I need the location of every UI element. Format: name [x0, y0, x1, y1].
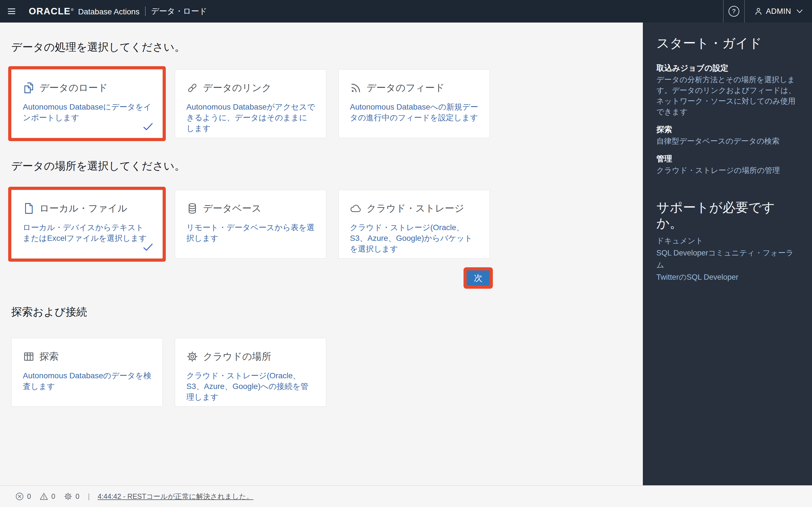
card-title: データのロード — [40, 81, 108, 94]
status-bar: 0 0 0 | 4:44:42 - RESTコールが正常に解決されました。 — [0, 485, 812, 507]
community-forum-link[interactable]: SQL Developerコミュニティ・フォーラム — [656, 247, 799, 271]
chevron-down-icon — [796, 9, 803, 13]
user-name: ADMIN — [766, 7, 792, 16]
card-description: Autonomous Databaseがアクセスできるように、データはそのままに… — [186, 102, 315, 134]
error-count: 0 — [27, 492, 31, 501]
card-title: データのフィード — [366, 81, 445, 94]
card-description: ローカル・デバイスからテキストまたはExcelファイルを選択します — [23, 222, 152, 244]
help-icon[interactable]: ? — [728, 6, 739, 17]
card-database[interactable]: データベース リモート・データベースから表を選択します — [175, 190, 326, 259]
error-icon — [15, 492, 24, 501]
card-data-feed[interactable]: データのフィード Autonomous Databaseへの新規データの進行中の… — [338, 69, 490, 138]
documentation-link[interactable]: ドキュメント — [656, 235, 799, 247]
check-icon — [143, 243, 153, 251]
card-title: データベース — [203, 202, 261, 215]
card-title: ローカル・ファイル — [40, 202, 128, 215]
user-menu[interactable]: ADMIN — [745, 7, 812, 16]
card-local-file[interactable]: ローカル・ファイル ローカル・デバイスからテキストまたはExcelファイルを選択… — [11, 190, 163, 259]
card-title: データのリンク — [203, 81, 271, 94]
hamburger-menu-icon[interactable] — [8, 8, 15, 14]
card-data-link[interactable]: データのリンク Autonomous Databaseがアクセスできるように、デ… — [175, 69, 326, 138]
card-description: Autonomous Databaseへの新規データの進行中のフィードを設定しま… — [350, 102, 479, 123]
warning-counter[interactable]: 0 — [40, 492, 55, 501]
guide-section-body: クラウド・ストレージの場所の管理 — [656, 165, 799, 176]
section-title-explore-connect: 探索および接続 — [11, 305, 631, 318]
card-title: 探索 — [40, 350, 59, 363]
gear-icon — [186, 351, 198, 362]
table-icon — [23, 351, 35, 362]
card-title: クラウド・ストレージ — [366, 202, 464, 215]
brand: ORACLE® Database Actions — [29, 6, 140, 17]
card-cloud-storage[interactable]: クラウド・ストレージ クラウド・ストレージ(Oracle、S3、Azure、Go… — [338, 190, 490, 259]
card-description: クラウド・ストレージ(Oracle、S3、Azure、Google)への接続を管… — [186, 371, 315, 402]
database-icon — [186, 203, 198, 214]
status-separator: | — [88, 492, 90, 501]
page-title: データ・ロード — [151, 6, 207, 17]
app-name: Database Actions — [78, 7, 140, 16]
warning-count: 0 — [51, 492, 55, 501]
warning-icon — [40, 492, 48, 501]
card-description: クラウド・ストレージ(Oracle、S3、Azure、Google)からバケット… — [350, 222, 479, 255]
start-guide-title: スタート・ガイド — [656, 35, 799, 51]
card-title: クラウドの場所 — [203, 350, 271, 363]
location-card-row: ローカル・ファイル ローカル・デバイスからテキストまたはExcelファイルを選択… — [11, 190, 490, 259]
feed-icon — [350, 82, 362, 94]
registered-mark: ® — [71, 8, 73, 12]
card-description: Autonomous Databaseのデータを検査します — [23, 371, 152, 392]
card-description: リモート・データベースから表を選択します — [186, 222, 315, 244]
guide-section-explore: 探索 自律型データベースのデータの検索 — [656, 124, 799, 147]
file-icon — [23, 203, 35, 214]
section-title-location: データの場所を選択してください。 — [11, 159, 631, 172]
card-description: Autonomous Databaseにデータをインポートします — [23, 102, 152, 123]
next-button[interactable]: 次 — [467, 270, 490, 286]
process-counter[interactable]: 0 — [64, 492, 80, 501]
check-icon — [143, 122, 153, 131]
link-icon — [186, 82, 198, 94]
guide-section-heading: 取込みジョブの設定 — [656, 63, 799, 73]
person-icon — [754, 7, 763, 15]
card-data-load[interactable]: データのロード Autonomous Databaseにデータをインポートします — [11, 69, 163, 138]
process-count: 0 — [75, 492, 80, 501]
error-counter[interactable]: 0 — [15, 492, 31, 501]
title-divider — [145, 6, 146, 16]
cloud-icon — [350, 203, 362, 214]
process-card-row: データのロード Autonomous Databaseにデータをインポートします… — [11, 69, 490, 138]
main-content: データの処理を選択してください。 データのロード Autonomous Data… — [0, 22, 643, 485]
oracle-logo: ORACLE — [29, 6, 70, 17]
card-explore[interactable]: 探索 Autonomous Databaseのデータを検査します — [11, 338, 163, 407]
guide-section-body: 自律型データベースのデータの検索 — [656, 136, 799, 147]
guide-section-heading: 管理 — [656, 154, 799, 164]
copy-pages-icon — [23, 82, 35, 94]
guide-section-manage: 管理 クラウド・ストレージの場所の管理 — [656, 154, 799, 176]
card-cloud-locations[interactable]: クラウドの場所 クラウド・ストレージ(Oracle、S3、Azure、Googl… — [175, 338, 326, 407]
guide-section-ingest: 取込みジョブの設定 データの分析方法とその場所を選択します。データのリンクおよび… — [656, 63, 799, 117]
gear-icon — [64, 492, 72, 501]
start-guide-panel: スタート・ガイド 取込みジョブの設定 データの分析方法とその場所を選択します。デ… — [643, 22, 812, 485]
guide-section-body: データの分析方法とその場所を選択します。データのリンクおよびフィードは、ネットワ… — [656, 74, 799, 117]
status-message-link[interactable]: 4:44:42 - RESTコールが正常に解決されました。 — [98, 492, 253, 501]
twitter-link[interactable]: TwitterのSQL Developer — [656, 271, 799, 283]
guide-section-heading: 探索 — [656, 124, 799, 135]
section-title-process: データの処理を選択してください。 — [11, 41, 631, 54]
app-header: ORACLE® Database Actions データ・ロード ? ADMIN — [0, 0, 812, 22]
support-title: サポートが必要ですか。 — [656, 200, 799, 231]
explore-card-row: 探索 Autonomous Databaseのデータを検査します クラウドの場所… — [11, 338, 490, 407]
